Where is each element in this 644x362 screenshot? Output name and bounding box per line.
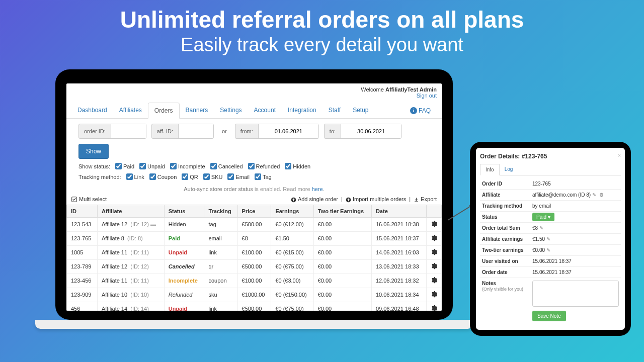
details-tab-log[interactable]: Log — [500, 164, 518, 175]
check-email[interactable]: Email — [227, 173, 250, 180]
check-tag[interactable]: Tag — [255, 173, 272, 180]
app-screen: Welcome AffiliatlyTest Admin Sign out Da… — [66, 83, 442, 311]
check-incomplete[interactable]: Incomplete — [170, 163, 205, 169]
status-badge[interactable]: Paid ▾ — [532, 213, 554, 221]
details-title: Order Details: #123-765 — [480, 153, 621, 160]
details-tabs: InfoLog — [480, 164, 621, 175]
col-header: Earnings — [271, 205, 313, 217]
check-hidden[interactable]: Hidden — [285, 163, 310, 169]
autosync-link[interactable]: here — [312, 186, 323, 192]
sign-out-link[interactable]: Sign out — [417, 93, 437, 99]
tab-orders[interactable]: Orders — [148, 103, 180, 119]
tab-account[interactable]: Account — [248, 103, 282, 118]
message-icon: ▬ — [150, 221, 156, 227]
hero-title: Unlimited referral orders on all plans — [0, 6, 644, 33]
tab-staff[interactable]: Staff — [323, 103, 347, 118]
detail-row: Affiliate earnings€1.50✎ — [480, 234, 621, 245]
edit-icon[interactable]: ✎ — [546, 247, 550, 253]
order-id-input[interactable] — [111, 124, 146, 138]
notes-label: Notes — [482, 281, 496, 286]
table-row: 123-765Affiliate 8 (ID: 8)Paidemail€8€1.… — [67, 231, 442, 245]
welcome-text: Welcome AffiliatlyTest Admin — [71, 86, 437, 93]
check-sku[interactable]: SKU — [203, 173, 223, 180]
col-header: Two tier Earnings — [313, 205, 371, 217]
tab-affiliates[interactable]: Affiliates — [113, 103, 148, 118]
col-header: Price — [237, 205, 271, 217]
check-icon — [71, 197, 77, 202]
table-row: 1005Affiliate 11 (ID: 11)Unpaidlink€100.… — [67, 245, 442, 259]
plus-circle-icon — [291, 197, 296, 203]
row-gear-icon[interactable] — [427, 302, 442, 311]
table-row: 123-909Affiliate 10 (ID: 10)Refundedsku€… — [67, 288, 442, 302]
col-header: Affiliate — [97, 205, 164, 217]
download-icon — [414, 197, 419, 203]
row-gear-icon[interactable] — [427, 288, 442, 302]
check-unpaid[interactable]: Unpaid — [139, 163, 165, 169]
check-qr[interactable]: QR — [182, 173, 198, 180]
detail-row: StatusPaid ▾ — [480, 212, 621, 223]
gear-icon[interactable]: ⚙ — [599, 192, 604, 198]
detail-row: Tracking methodby email — [480, 201, 621, 212]
table-row: 123-543Affiliate 12 (ID: 12) ▬Hiddentag€… — [67, 217, 442, 231]
row-gear-icon[interactable] — [427, 274, 442, 288]
hero: Unlimited referral orders on all plans E… — [0, 0, 644, 56]
check-refunded[interactable]: Refunded — [248, 163, 280, 169]
edit-icon[interactable]: ✎ — [539, 225, 543, 231]
detail-row: User visited on15.06.2021 18:37 — [480, 256, 621, 267]
notes-textarea[interactable] — [532, 281, 619, 307]
row-gear-icon[interactable] — [427, 217, 442, 231]
tab-settings[interactable]: Settings — [214, 103, 248, 118]
row-gear-icon[interactable] — [427, 231, 442, 245]
edit-icon[interactable]: ✎ — [592, 192, 596, 198]
show-button[interactable]: Show — [78, 144, 109, 159]
tab-banners[interactable]: Banners — [180, 103, 214, 118]
faq-link[interactable]: i FAQ — [404, 103, 437, 118]
details-panel: × Order Details: #123-765 InfoLog Order … — [476, 148, 625, 330]
add-order-link[interactable]: Add single order — [291, 196, 338, 203]
row-gear-icon[interactable] — [427, 259, 442, 274]
from-input[interactable] — [258, 124, 318, 138]
save-note-button[interactable]: Save Note — [532, 311, 566, 321]
multiselect-toggle[interactable]: Multi select — [71, 196, 107, 202]
detail-row: Affiliateaffiliate@demo.com (ID 8)✎ ⚙ — [480, 190, 621, 201]
check-link[interactable]: Link — [126, 173, 144, 180]
from-field: from: — [235, 124, 319, 139]
order-id-field: order ID: — [78, 124, 146, 139]
check-coupon[interactable]: Coupon — [149, 173, 177, 180]
check-cancelled[interactable]: Cancelled — [210, 163, 243, 169]
row-gear-icon[interactable] — [427, 245, 442, 259]
nav-tabs: DashboardAffiliatesOrdersBannersSettings… — [66, 103, 442, 119]
to-field: to: — [324, 124, 401, 139]
check-paid[interactable]: Paid — [115, 163, 134, 169]
orders-table: IDAffiliateStatusTrackingPriceEarningsTw… — [66, 205, 442, 311]
or-label: or — [219, 128, 230, 134]
table-row: 123-789Affiliate 12 (ID: 12)Cancelledqr€… — [67, 259, 442, 274]
tab-dashboard[interactable]: Dashboard — [71, 103, 113, 118]
close-icon[interactable]: × — [618, 153, 621, 158]
detail-row: Order total Sum€8✎ — [480, 223, 621, 234]
plus-circle-icon — [346, 197, 351, 203]
col-header: ID — [67, 205, 98, 217]
edit-icon[interactable]: ✎ — [546, 236, 550, 242]
tablet-mockup: × Order Details: #123-765 InfoLog Order … — [470, 142, 631, 336]
col-header: Date — [371, 205, 426, 217]
col-header: Tracking — [204, 205, 237, 217]
detail-row: Order date15.06.2021 18:37 — [480, 267, 621, 278]
to-input[interactable] — [341, 124, 401, 138]
tracking-filter: Tracking method: Link Coupon QR SKU Emai… — [66, 171, 442, 182]
info-icon: i — [410, 107, 417, 114]
import-orders-link[interactable]: Import multiple orders — [346, 196, 406, 203]
tab-setup[interactable]: Setup — [347, 103, 374, 118]
details-tab-info[interactable]: Info — [480, 164, 500, 175]
autosync-notice: Auto-sync store order status is enabled.… — [66, 182, 442, 194]
export-link[interactable]: Export — [414, 196, 437, 203]
aff-id-input[interactable] — [178, 124, 213, 138]
table-row: 456Affiliate 14 (ID: 14)Unpaidlink€500.0… — [67, 302, 442, 311]
filter-bar: order ID: aff. ID: or from: to: Show — [66, 119, 442, 161]
tab-integration[interactable]: Integration — [282, 103, 323, 118]
table-row: 123-456Affiliate 11 (ID: 11)Incompleteco… — [67, 274, 442, 288]
laptop-mockup: Welcome AffiliatlyTest Admin Sign out Da… — [55, 69, 453, 343]
aff-id-field: aff. ID: — [151, 124, 214, 139]
col-header: Status — [164, 205, 204, 217]
hero-subtitle: Easily track every detail you want — [0, 34, 644, 56]
